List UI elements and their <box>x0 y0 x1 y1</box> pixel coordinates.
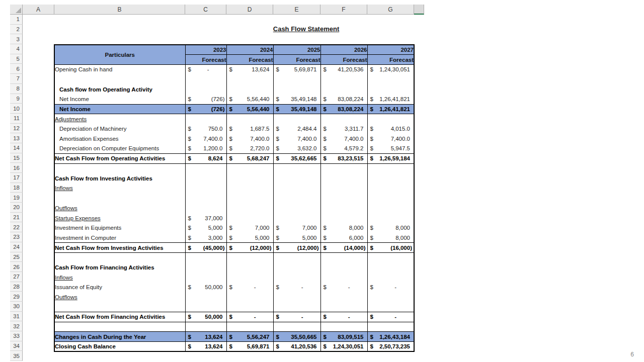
cell-G28[interactable]: $- <box>367 283 414 293</box>
cell-C22[interactable]: $5,000 <box>185 223 226 233</box>
cell-F21[interactable] <box>320 213 367 223</box>
cell-F13[interactable]: $7,400.0 <box>320 134 367 144</box>
cell-E23[interactable]: $5,000 <box>273 233 320 243</box>
cell-G26[interactable] <box>367 262 414 273</box>
cell-E14[interactable]: $3,632.0 <box>273 144 320 154</box>
cell-D25[interactable] <box>226 252 273 262</box>
cell-C19[interactable] <box>185 193 226 203</box>
cell-D17[interactable] <box>226 173 273 184</box>
cell-F33[interactable]: $83,09,515 <box>320 332 367 342</box>
cell-B6[interactable]: Opening Cash in hand <box>54 64 185 74</box>
cell-B14[interactable]: Depreciation on Computer Equipments <box>54 144 185 154</box>
cell-F19[interactable] <box>320 193 367 203</box>
cell-D8[interactable] <box>226 84 273 95</box>
cell-D32[interactable] <box>226 322 273 332</box>
cell-B25[interactable] <box>54 252 185 262</box>
cell-G34[interactable]: $2,50,73,235 <box>367 342 414 352</box>
column-header-A[interactable]: A <box>23 5 54 15</box>
cell-D28[interactable]: $- <box>226 283 273 293</box>
row-header-7[interactable]: 7 <box>10 74 23 84</box>
cell-B13[interactable]: Amortisation Expenses <box>54 134 185 144</box>
row-header-11[interactable]: 11 <box>10 114 23 124</box>
cell-E21[interactable] <box>273 213 320 223</box>
row-header-32[interactable]: 32 <box>10 321 23 331</box>
cell-D23[interactable]: $5,000 <box>226 233 273 243</box>
cell-G27[interactable] <box>367 273 414 283</box>
cell-F16[interactable] <box>320 163 367 173</box>
header-year-2023[interactable]: 2023 <box>185 45 226 55</box>
cell-E6[interactable]: $5,69,871 <box>273 64 320 74</box>
cell-F34[interactable]: $1,24,30,051 <box>320 342 367 352</box>
row-header-6[interactable]: 6 <box>10 64 23 74</box>
cell-C34[interactable]: $13,624 <box>185 342 226 352</box>
row-header-10[interactable]: 10 <box>10 104 23 114</box>
cell-F30[interactable] <box>320 302 367 312</box>
row-header-34[interactable]: 34 <box>10 341 23 351</box>
cell-B16[interactable] <box>54 163 185 173</box>
cell-G31[interactable]: $- <box>367 312 414 322</box>
cell-F17[interactable] <box>320 173 367 184</box>
cell-C33[interactable]: $13,624 <box>185 332 226 342</box>
cell-D16[interactable] <box>226 163 273 173</box>
row-header-1[interactable]: 1 <box>10 15 23 25</box>
cell-D14[interactable]: $2,720.0 <box>226 144 273 154</box>
cell-E11[interactable] <box>273 114 320 124</box>
row-header-35[interactable]: 35 <box>10 351 23 361</box>
cell-F6[interactable]: $41,20,536 <box>320 64 367 74</box>
cell-G24[interactable]: $(16,000) <box>367 243 414 253</box>
row-header-3[interactable]: 3 <box>10 34 23 44</box>
cell-G6[interactable]: $1,24,30,051 <box>367 64 414 74</box>
cell-B29[interactable]: Outflows <box>54 292 185 302</box>
cell-C18[interactable] <box>185 184 226 194</box>
header-particulars[interactable]: Particulars <box>54 45 185 64</box>
cell-B12[interactable]: Depreciation of Machinery <box>54 124 185 134</box>
cell-D24[interactable]: $(12,000) <box>226 243 273 253</box>
cell-F20[interactable] <box>320 203 367 213</box>
cell-C12[interactable]: $750.0 <box>185 124 226 134</box>
cell-D18[interactable] <box>226 184 273 194</box>
cell-B11[interactable]: Adjustments <box>54 114 185 124</box>
cell-E22[interactable]: $7,000 <box>273 223 320 233</box>
cell-E7[interactable] <box>273 74 320 84</box>
cell-B9[interactable]: Net Income <box>54 94 185 104</box>
row-header-14[interactable]: 14 <box>10 143 23 153</box>
row-header-24[interactable]: 24 <box>10 242 23 252</box>
column-header-D[interactable]: D <box>226 5 273 15</box>
row-header-21[interactable]: 21 <box>10 213 23 223</box>
cell-E8[interactable] <box>273 84 320 95</box>
cell-C16[interactable] <box>185 163 226 173</box>
row-header-12[interactable]: 12 <box>10 124 23 134</box>
row-header-19[interactable]: 19 <box>10 193 23 203</box>
cell-G25[interactable] <box>367 252 414 262</box>
cell-D34[interactable]: $5,69,871 <box>226 342 273 352</box>
cell-B19[interactable] <box>54 193 185 203</box>
cell-G14[interactable]: $5,947.5 <box>367 144 414 154</box>
header-year-2027[interactable]: 2027 <box>367 45 414 55</box>
cell-E30[interactable] <box>273 302 320 312</box>
cell-D15[interactable]: $5,68,247 <box>226 154 273 164</box>
row-header-33[interactable]: 33 <box>10 331 23 341</box>
cell-C6[interactable]: $- <box>185 64 226 74</box>
header-forecast-2025[interactable]: Forecast <box>273 55 320 65</box>
cell-C24[interactable]: $(45,000) <box>185 243 226 253</box>
cell-E25[interactable] <box>273 252 320 262</box>
cell-F29[interactable] <box>320 292 367 302</box>
cell-B8[interactable]: Cash flow from Operating Activity <box>54 84 185 95</box>
cell-D22[interactable]: $7,000 <box>226 223 273 233</box>
cell-F12[interactable]: $3,311.7 <box>320 124 367 134</box>
column-header-C[interactable]: C <box>185 5 226 15</box>
cell-B34[interactable]: Closing Cash Balance <box>54 342 185 352</box>
cell-F25[interactable] <box>320 252 367 262</box>
cell-D9[interactable]: $5,56,440 <box>226 94 273 104</box>
cell-E17[interactable] <box>273 173 320 184</box>
cell-D33[interactable]: $5,56,247 <box>226 332 273 342</box>
row-header-23[interactable]: 23 <box>10 232 23 242</box>
cell-E13[interactable]: $7,400.0 <box>273 134 320 144</box>
cell-B24[interactable]: Net Cash Flow from Investing Activities <box>54 243 185 253</box>
cell-F26[interactable] <box>320 262 367 273</box>
cell-D21[interactable] <box>226 213 273 223</box>
cell-E24[interactable]: $(12,000) <box>273 243 320 253</box>
cell-D20[interactable] <box>226 203 273 213</box>
row-header-27[interactable]: 27 <box>10 272 23 282</box>
cell-E31[interactable]: $- <box>273 312 320 322</box>
